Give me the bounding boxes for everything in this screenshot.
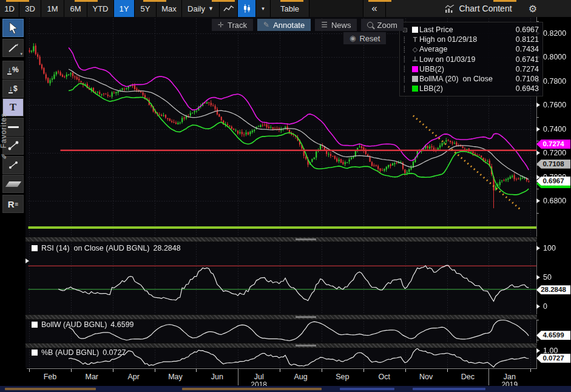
annotate-button[interactable]: ✎ Annotate <box>257 19 311 31</box>
price-tick-label: 0.7200 <box>543 149 566 157</box>
status-decoration <box>413 388 485 390</box>
legend-item-0[interactable]: ⊟Last Price0.6967 <box>402 25 539 35</box>
chart-content-icon <box>445 5 454 13</box>
month-label-apr: Apr <box>127 373 139 381</box>
legend-item-2[interactable]: ┊◇Average0.7434 <box>402 44 539 54</box>
range-button-3d[interactable]: 3D <box>19 0 41 17</box>
range-button-1y[interactable]: 1Y <box>114 0 135 17</box>
panel-divider-rsi[interactable] <box>24 237 537 242</box>
legend-item-4[interactable]: ┊UBB(2)0.7274 <box>402 64 539 74</box>
average-marker-icon: ◇ <box>413 46 417 53</box>
settings-gear-icon[interactable]: ⚙ <box>524 0 542 17</box>
month-tick <box>405 369 406 372</box>
rsi-legend[interactable]: RSI (14) on Close (AUD BGNL) 28.2848 <box>32 244 181 252</box>
last-price-tag: 0.6967 <box>536 177 570 186</box>
legend-item-1[interactable]: ┊THigh on 01/29/180.8121 <box>402 35 539 44</box>
month-tick <box>447 369 448 372</box>
table-button[interactable]: Table <box>271 0 309 17</box>
price-tick-arrow <box>536 103 540 107</box>
panel-divider-bollw[interactable] <box>24 314 537 320</box>
status-decoration <box>182 388 322 390</box>
bollw-value: 4.6599 <box>110 320 133 329</box>
rsi-value: 28.2848 <box>154 244 181 252</box>
legend-item-5[interactable]: ┊BollMA (20) on Close0.7108 <box>402 74 539 84</box>
month-label-dec: Dec <box>461 373 475 381</box>
range-button-6m[interactable]: 6M <box>64 0 87 17</box>
tool-regression-button[interactable]: R≡ <box>2 195 24 213</box>
text-tool-icon: T <box>10 101 16 113</box>
month-label-nov: Nov <box>419 373 433 381</box>
month-label-feb: Feb <box>44 373 57 381</box>
caret-down-icon: ▼ <box>208 5 214 12</box>
minor-tick <box>536 213 539 214</box>
favorites-label[interactable]: ✎ Favorites <box>0 113 9 160</box>
period-dropdown[interactable]: Daily ▼ <box>182 0 220 17</box>
divider-grip <box>296 238 316 240</box>
chart-type-dropdown[interactable]: ▾ <box>256 0 271 17</box>
month-label-sep: Sep <box>336 373 349 381</box>
price-tick-label: 0.8200 <box>543 29 566 38</box>
bollw-legend[interactable]: BollW (AUD BGNL) 4.6599 <box>32 320 134 329</box>
legend-value: 0.8121 <box>508 35 539 44</box>
month-tick <box>113 369 113 372</box>
minor-tick <box>536 141 539 141</box>
range-button-1m[interactable]: 1M <box>41 0 64 17</box>
month-tick <box>155 369 155 372</box>
period-label: Daily <box>188 4 205 13</box>
study-legend-box: ⊟Last Price0.6967┊THigh on 01/29/180.812… <box>399 22 543 96</box>
month-label-jun: Jun <box>211 373 223 381</box>
month-label-jul: Jul <box>254 373 264 381</box>
line-chart-type-button[interactable] <box>220 0 238 17</box>
status-decoration <box>5 388 96 390</box>
tool-channel-button[interactable] <box>2 175 24 193</box>
legend-label: Low on 01/03/19 <box>419 55 508 64</box>
legend-value: 0.6741 <box>508 55 539 64</box>
pctb-label: %B (AUD BGNL) <box>41 348 99 357</box>
rsi-label: RSI (14) on Close (AUD BGNL) <box>41 244 150 252</box>
tool-pointer-button[interactable] <box>2 19 24 37</box>
month-label-oct: Oct <box>378 373 390 381</box>
range-button-1d[interactable]: 1D <box>0 0 19 17</box>
chart-mode-toolbar: ✛ Track ✎ Annotate ☰ News Zoom <box>212 19 404 31</box>
bollw-last-tag: 4.6599 <box>536 331 570 340</box>
low-marker-icon: ⊥ <box>412 55 418 63</box>
main-toolbar: 1D3D1M6MYTD1Y5YMax Daily ▼ ▾ Table « <box>0 0 571 17</box>
news-button[interactable]: ☰ News <box>315 19 357 31</box>
chart-content-header: Chart Content <box>386 0 571 17</box>
price-tick-arrow <box>536 198 540 203</box>
line-chart-icon <box>223 4 234 13</box>
collapse-panel-button[interactable]: « <box>363 0 386 17</box>
channel-icon <box>5 181 21 187</box>
range-button-max[interactable]: Max <box>157 0 182 17</box>
zoom-button[interactable]: Zoom <box>361 19 403 31</box>
panel-divider-pctb[interactable] <box>24 343 537 348</box>
pctb-tick-arrow <box>536 348 540 353</box>
range-button-ytd[interactable]: YTD <box>87 0 114 17</box>
month-label-may: May <box>168 373 183 381</box>
rsi-tick-label: 100 <box>543 244 556 252</box>
pctb-legend[interactable]: %B (AUD BGNL) 0.0727 <box>32 348 126 357</box>
reset-zoom-button[interactable]: ◉ Reset <box>343 32 386 44</box>
arrow-to-bar-icon: ↓ <box>7 66 12 75</box>
pointer-icon <box>8 22 19 34</box>
pctb-last-tag: 0.0727 <box>536 354 570 363</box>
arrow-to-bar-icon: ↓ <box>8 84 13 93</box>
range-button-5y[interactable]: 5Y <box>135 0 157 17</box>
legend-value: 0.6967 <box>508 25 539 34</box>
annotate-icon: ✎ <box>263 21 269 29</box>
tool-measure-percent-button[interactable]: ↓% <box>2 61 24 79</box>
legend-item-6[interactable]: ┊LBB(2)0.6943 <box>402 84 539 93</box>
tool-measure-dollar-button[interactable]: ↓$ <box>2 79 24 98</box>
legend-swatch <box>412 76 418 82</box>
legend-item-3[interactable]: ┊⊥Low on 01/03/190.6741 <box>402 55 539 64</box>
price-tick-label: 0.8000 <box>543 53 566 61</box>
month-tick <box>196 369 197 372</box>
chart-application: 1D3D1M6MYTD1Y5YMax Daily ▼ ▾ Table « <box>0 0 571 392</box>
reset-icon: ◉ <box>350 34 356 42</box>
tool-annotate-button[interactable]: ▾ <box>2 39 24 57</box>
candlestick-chart-type-button[interactable] <box>238 0 256 17</box>
time-axis: FebMarAprMayJunJulAugSepOctNovDecJan2018… <box>0 368 571 386</box>
legend-label: Last Price <box>419 25 508 34</box>
minor-tick <box>536 340 539 340</box>
track-button[interactable]: ✛ Track <box>212 19 253 31</box>
